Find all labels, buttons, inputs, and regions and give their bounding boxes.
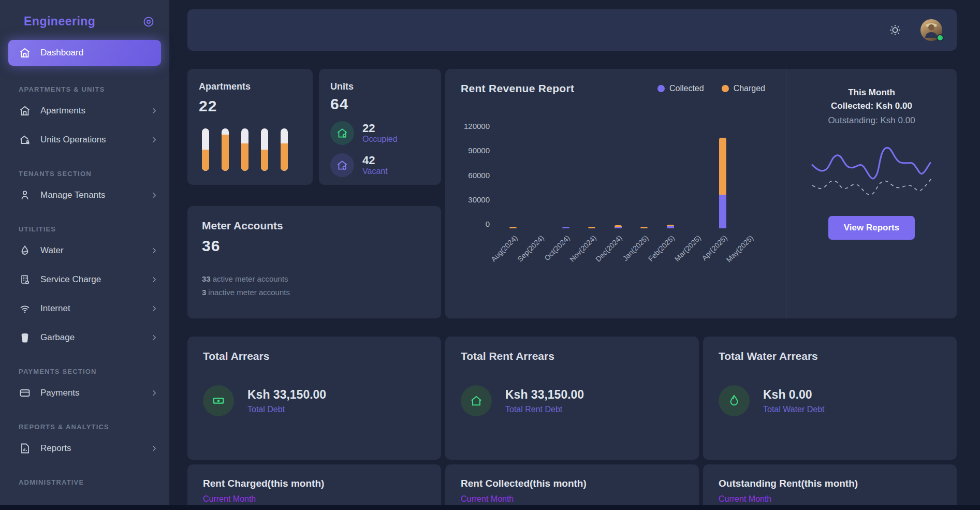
vacant-label: Vacant (362, 167, 388, 176)
brand: Engineering (0, 12, 169, 28)
legend-charged: Charged (722, 84, 765, 93)
sidebar-item-units-operations[interactable]: Units Operations (0, 128, 169, 151)
app-title: Engineering (24, 14, 95, 28)
bar-segment-collected (562, 227, 569, 228)
card-title: Apartments (199, 81, 301, 92)
report-icon (19, 442, 31, 455)
revenue-chart-area: Rent Revenue Report Collected Charged (445, 69, 786, 318)
apartments-card: Apartments 22 (187, 69, 313, 185)
arrears-sub: Total Debt (247, 405, 326, 414)
chart-column: Mar(2025) (683, 122, 710, 228)
house-icon (461, 385, 492, 416)
y-axis: 1200009000060000300000 (461, 122, 500, 228)
apartments-count: 22 (199, 97, 301, 115)
x-tick-label: Aug(2024) (489, 234, 519, 264)
card-title: Total Rent Arrears (461, 350, 683, 362)
chevron-right-icon (150, 444, 159, 453)
chevron-right-icon (150, 388, 159, 398)
sidebar-item-water[interactable]: Water (0, 239, 169, 262)
arrears-amount: Ksh 33,150.00 (505, 388, 584, 402)
legend-collected-dot (657, 85, 665, 92)
arrears-amount: Ksh 0.00 (763, 388, 825, 402)
chevron-right-icon (150, 304, 159, 313)
meter-accounts-card: Meter Accounts 36 33active meter account… (187, 206, 441, 318)
card-title: Outstanding Rent(this month) (719, 478, 941, 489)
online-status-dot (937, 34, 944, 41)
home-icon (19, 105, 31, 117)
arrears-sub: Total Water Debt (763, 405, 825, 414)
building-gear-icon (19, 273, 31, 286)
occupied-label: Occupied (362, 135, 398, 144)
chart-column: Aug(2024) (500, 122, 526, 228)
chevron-right-icon (150, 135, 159, 144)
sidebar-item-internet[interactable]: Internet (0, 297, 169, 320)
sidebar-item-label: Service Charge (40, 274, 101, 285)
chart-column: Jan(2025) (631, 122, 657, 228)
sidebar-item-payments[interactable]: Payments (0, 382, 169, 404)
card-title: Total Water Arrears (719, 350, 941, 362)
x-tick-label: Dec(2024) (594, 234, 624, 264)
sidebar-item-reports[interactable]: Reports (0, 437, 169, 460)
apartment-pill-bar (222, 128, 229, 171)
rent-charged-card: Rent Charged(this month) Current Month (187, 464, 441, 510)
card-title: Rent Charged(this month) (203, 478, 426, 489)
sidebar-item-label: Garbage (40, 332, 75, 343)
house-vacant-icon (330, 153, 354, 177)
sidebar-item-service-charge[interactable]: Service Charge (0, 268, 169, 291)
target-icon[interactable] (142, 16, 155, 28)
wifi-icon (19, 302, 31, 315)
x-tick-label: Nov(2024) (568, 234, 598, 264)
y-tick-label: 0 (486, 220, 490, 228)
bar-segment-charged (640, 227, 648, 228)
chart-column: Nov(2024) (579, 122, 605, 228)
legend-charged-dot (722, 85, 729, 92)
outstanding-rent-card: Outstanding Rent(this month) Current Mon… (703, 464, 957, 510)
sidebar-item-apartments[interactable]: Apartments (0, 99, 169, 122)
sidebar-item-garbage[interactable]: Garbage (0, 326, 169, 349)
sidebar-item-label: Apartments (40, 106, 85, 116)
arrears-row: Total Arrears Ksh 33,150.00 Total Debt T… (187, 337, 957, 460)
dashboard-page: Engineering Dashboard APARTMENTS & UNITS… (0, 0, 980, 510)
credit-card-icon (19, 387, 31, 399)
y-tick-label: 60000 (468, 171, 490, 180)
sidebar-item-dashboard[interactable]: Dashboard (8, 40, 161, 66)
card-title: Rent Collected(this month) (461, 478, 683, 489)
section-tenants: TENANTS SECTION (0, 157, 169, 184)
arrears-amount: Ksh 33,150.00 (247, 388, 326, 402)
theme-toggle-sun-icon[interactable] (888, 23, 902, 37)
chart-legend: Collected Charged (657, 84, 765, 93)
section-administrative: ADMINISTRATIVE (0, 466, 169, 492)
active-meters-line: 33active meter accounts (202, 272, 427, 286)
apartment-pill-bar (281, 128, 288, 171)
y-tick-label: 120000 (464, 122, 490, 130)
current-month-label: Current Month (719, 494, 941, 504)
chart-title: Rent Revenue Report (461, 82, 574, 95)
units-card: Units 64 22 Occupied (319, 69, 441, 185)
vacant-count: 42 (362, 154, 388, 167)
x-tick-label: Feb(2025) (647, 234, 676, 263)
section-reports: REPORTS & ANALYTICS (0, 411, 169, 437)
sidebar-item-label: Water (40, 245, 64, 256)
card-title: Units (330, 81, 430, 92)
view-reports-button[interactable]: View Reports (828, 216, 915, 240)
x-tick-label: Oct(2024) (543, 234, 572, 262)
apartment-pill-bar (241, 128, 248, 171)
sidebar-item-manage-tenants[interactable]: Manage Tenants (0, 184, 169, 207)
y-tick-label: 30000 (468, 195, 490, 204)
chevron-right-icon (150, 275, 159, 284)
card-title: Total Arrears (203, 350, 426, 362)
occupied-count: 22 (362, 122, 398, 135)
bar-segment-collected (615, 227, 622, 228)
user-avatar[interactable] (920, 19, 942, 41)
rent-collected-card: Rent Collected(this month) Current Month (445, 464, 699, 510)
sidebar-item-label: Payments (40, 388, 80, 398)
apartment-pill-bar (261, 128, 268, 171)
chart-column: Dec(2024) (605, 122, 631, 228)
droplet-icon (719, 385, 750, 416)
bar-segment-charged (509, 227, 517, 228)
x-tick-label: Mar(2025) (673, 234, 703, 263)
card-title: Meter Accounts (202, 220, 427, 232)
chart-columns: Aug(2024)Sep(2024)Oct(2024)Nov(2024)Dec(… (500, 122, 778, 228)
legend-charged-label: Charged (734, 84, 765, 93)
chevron-right-icon (150, 333, 159, 342)
